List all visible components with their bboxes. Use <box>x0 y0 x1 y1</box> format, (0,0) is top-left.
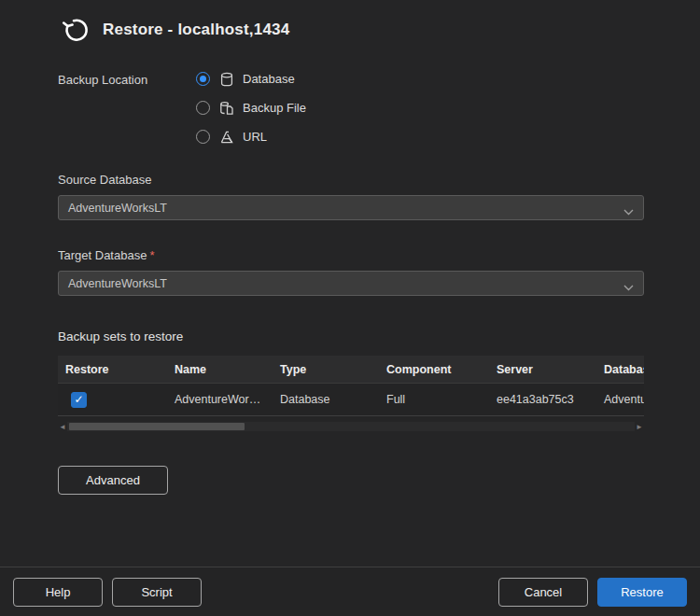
radio-option-backup-file[interactable]: Backup File <box>196 100 306 116</box>
cell-database: AdventureWorksLT <box>596 393 644 406</box>
table-row[interactable]: ✓ AdventureWorks... Database Full ee41a3… <box>58 384 644 416</box>
column-header-type[interactable]: Type <box>273 363 379 376</box>
radio-label-database: Database <box>243 72 295 86</box>
scrollbar-thumb[interactable] <box>69 423 245 430</box>
restore-icon <box>58 13 91 47</box>
scroll-left-icon[interactable]: ◄ <box>58 421 67 432</box>
restore-checkbox[interactable]: ✓ <box>71 392 87 408</box>
target-database-label: Target Database* <box>58 248 644 262</box>
help-button[interactable]: Help <box>13 578 103 607</box>
dialog-header: Restore - localhost,1434 <box>58 13 644 47</box>
backup-sets-label: Backup sets to restore <box>58 329 644 343</box>
column-header-component[interactable]: Component <box>379 363 489 376</box>
scroll-right-icon[interactable]: ► <box>635 421 644 432</box>
radio-option-url[interactable]: URL <box>196 129 306 145</box>
scrollbar-track[interactable] <box>67 422 635 431</box>
cell-name: AdventureWorks... <box>167 393 273 406</box>
database-icon <box>218 71 234 87</box>
column-header-database[interactable]: Database <box>596 363 644 376</box>
cancel-button[interactable]: Cancel <box>498 578 588 607</box>
column-header-name[interactable]: Name <box>167 363 273 376</box>
radio-label-url: URL <box>243 130 267 144</box>
backup-location-label: Backup Location <box>58 71 196 87</box>
script-button[interactable]: Script <box>112 578 202 607</box>
horizontal-scrollbar[interactable]: ◄ ► <box>58 421 644 432</box>
target-database-dropdown[interactable]: AdventureWorksLT <box>58 271 644 296</box>
backup-location-section: Backup Location Database <box>58 71 644 145</box>
radio-button-backup-file[interactable] <box>196 101 210 115</box>
radio-button-database[interactable] <box>196 72 210 86</box>
source-database-dropdown[interactable]: AdventureWorksLT <box>58 195 644 220</box>
radio-button-url[interactable] <box>196 130 210 144</box>
cell-server: ee41a3ab75c3 <box>489 393 596 406</box>
restore-dialog: Restore - localhost,1434 Backup Location… <box>0 0 700 495</box>
source-database-value: AdventureWorksLT <box>68 202 167 215</box>
dialog-footer: Help Script Cancel Restore <box>0 567 700 616</box>
url-icon <box>218 129 234 145</box>
restore-button[interactable]: Restore <box>597 578 687 607</box>
column-header-server[interactable]: Server <box>489 363 596 376</box>
table-header-row: Restore Name Type Component Server Datab… <box>58 356 644 384</box>
target-database-value: AdventureWorksLT <box>68 277 167 290</box>
backup-sets-table: Restore Name Type Component Server Datab… <box>58 356 644 416</box>
chevron-down-icon <box>623 281 634 287</box>
page-title: Restore - localhost,1434 <box>103 21 289 39</box>
backup-file-icon <box>218 100 234 116</box>
cell-type: Database <box>273 393 379 406</box>
column-header-restore[interactable]: Restore <box>58 363 167 376</box>
radio-option-database[interactable]: Database <box>196 71 306 87</box>
advanced-button[interactable]: Advanced <box>58 466 168 495</box>
radio-label-backup-file: Backup File <box>243 101 306 115</box>
chevron-down-icon <box>623 205 634 212</box>
backup-location-options: Database Backup File <box>196 71 306 145</box>
source-database-label: Source Database <box>58 173 644 187</box>
cell-component: Full <box>379 393 489 406</box>
required-marker: * <box>149 248 154 262</box>
